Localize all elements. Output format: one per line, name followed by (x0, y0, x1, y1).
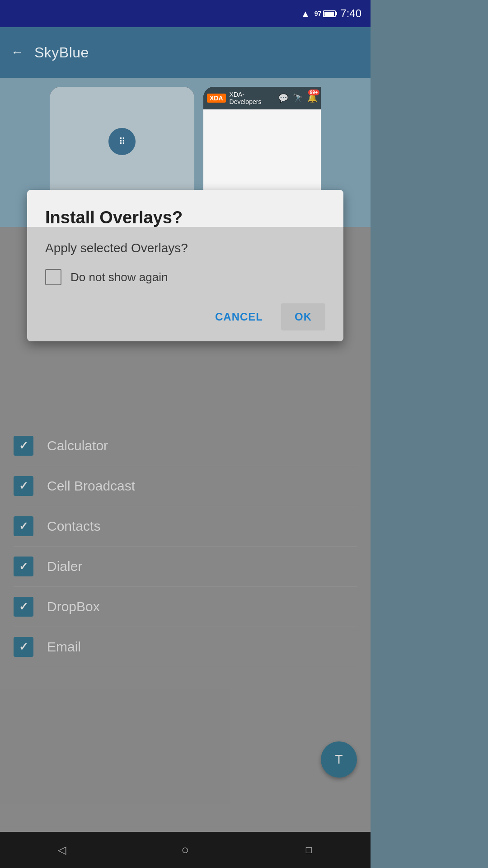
phone-screen-right (203, 109, 321, 196)
phone-fab: ⠿ (108, 128, 136, 155)
xda-logo: XDA (207, 94, 226, 103)
battery-percent: 97 (314, 10, 322, 17)
app-title: SkyBlue (34, 44, 89, 61)
wifi-icon: ▲ (301, 9, 310, 19)
back-button[interactable]: ← (11, 45, 23, 60)
xda-header: XDA XDA-Developers 💬 🔭 🔔 99+ (203, 87, 321, 109)
app-bar: ← SkyBlue (0, 27, 371, 78)
dim-overlay-top (0, 227, 371, 426)
binoculars-icon: 🔭 (293, 93, 303, 103)
chat-icon: 💬 (278, 93, 288, 103)
status-icons: ▲ 97 7:40 (301, 7, 361, 20)
notification-badge: 99+ (308, 90, 319, 95)
battery-fill (324, 12, 334, 16)
time-display: 7:40 (340, 7, 361, 20)
nav-home-button[interactable] (174, 839, 196, 861)
battery-indicator: 97 (314, 10, 336, 17)
dim-overlay-bottom (0, 426, 371, 832)
bottom-nav (0, 832, 371, 868)
battery-box (323, 10, 336, 17)
nav-recent-button[interactable] (298, 839, 319, 861)
xda-icons: 💬 🔭 🔔 99+ (278, 93, 317, 103)
xda-title: XDA-Developers (230, 91, 275, 105)
nav-back-button[interactable] (51, 839, 73, 861)
status-bar: ▲ 97 7:40 (0, 0, 371, 27)
dialog-title: Install Overlays? (45, 208, 325, 227)
phone-screen-left: ⠿ (50, 87, 194, 196)
